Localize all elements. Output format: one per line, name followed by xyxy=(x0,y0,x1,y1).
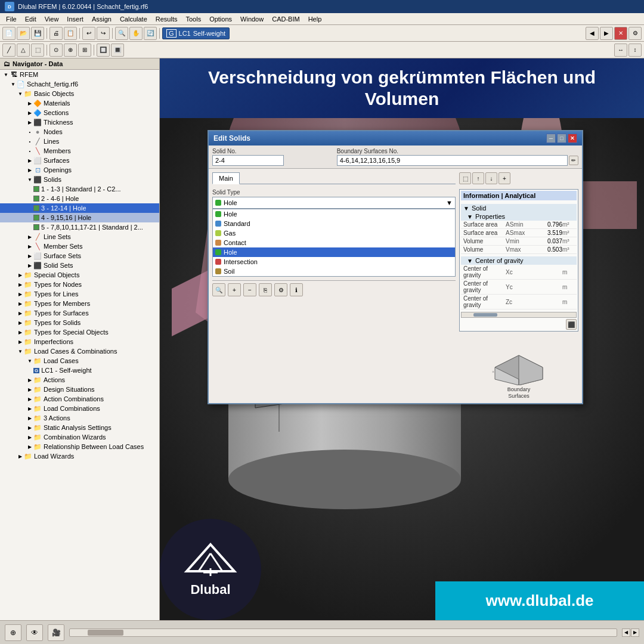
pan-btn[interactable]: ✋ xyxy=(129,27,143,40)
tree-load-cases-folder[interactable]: ▼ 📁 Load Cases & Combinations xyxy=(0,346,159,356)
tree-membersets[interactable]: ▶ ╲ Member Sets xyxy=(0,242,159,251)
r-tab1[interactable]: ⬚ xyxy=(459,172,471,184)
draw2-btn[interactable]: △ xyxy=(17,44,30,57)
tree-members[interactable]: • ╲ Members xyxy=(0,146,159,156)
type-soil[interactable]: Soil xyxy=(213,267,455,276)
view2-btn[interactable]: 🔳 xyxy=(111,44,124,57)
print2-btn[interactable]: 📋 xyxy=(64,27,77,40)
tree-load-combinations[interactable]: ▶ 📁 Load Combinations xyxy=(0,404,159,413)
tree-solid-2[interactable]: 2 - 4-6 | Hole xyxy=(0,194,159,203)
info-scrollbar-h[interactable] xyxy=(461,312,577,318)
info-panel-btn[interactable]: ⬛ xyxy=(566,319,577,330)
dialog-close-btn[interactable]: ✕ xyxy=(568,134,577,143)
tree-relationship[interactable]: ▶ 📁 Relationship Between Load Cases xyxy=(0,442,159,451)
type-gas[interactable]: Gas xyxy=(213,228,455,238)
minus-btn[interactable]: − xyxy=(243,283,256,296)
tree-basic-objects[interactable]: ▼ 📁 Basic Objects xyxy=(0,89,159,98)
horizontal-scrollbar[interactable] xyxy=(69,628,617,637)
tree-static-analysis[interactable]: ▶ 📁 Static Analysis Settings xyxy=(0,423,159,432)
tree-surfaces[interactable]: ▶ ⬜ Surfaces xyxy=(0,156,159,165)
tree-design-situations[interactable]: ▶ 📁 Design Situations xyxy=(0,385,159,394)
settings-btn[interactable]: ⚙ xyxy=(628,27,642,40)
tree-types-special[interactable]: ▶ 📁 Types for Special Objects xyxy=(0,327,159,337)
menu-edit[interactable]: Edit xyxy=(21,14,40,24)
menu-help[interactable]: Help xyxy=(305,14,326,24)
solid-type-selected[interactable]: Hole ▼ xyxy=(212,197,456,209)
menu-window[interactable]: Window xyxy=(237,14,267,24)
rotate-btn[interactable]: 🔄 xyxy=(144,27,157,40)
r-tab3[interactable]: ↓ xyxy=(485,172,497,184)
tree-special-objects[interactable]: ▶ 📁 Special Objects xyxy=(0,270,159,280)
zoom-btn[interactable]: 🔍 xyxy=(115,27,128,40)
draw1-btn[interactable]: ╱ xyxy=(2,44,16,57)
undo-btn[interactable]: ↩ xyxy=(82,27,95,40)
save-btn[interactable]: 💾 xyxy=(31,27,44,40)
tree-sections[interactable]: ▶ 🔷 Sections xyxy=(0,108,159,117)
tree-container[interactable]: ▼ 🏗 RFEM ▼ 📄 Schacht_fertig.rf6 ▼ 📁 Basi… xyxy=(0,70,159,620)
tree-types-nodes[interactable]: ▶ 📁 Types for Nodes xyxy=(0,280,159,289)
tree-solid-3[interactable]: 3 - 12-14 | Hole xyxy=(0,203,159,213)
tree-openings[interactable]: ▶ ⊡ Openings xyxy=(0,165,159,175)
tree-action-combinations[interactable]: ▶ 📁 Action Combinations xyxy=(0,394,159,404)
scroll-right-btn[interactable]: ▶ xyxy=(631,628,639,637)
tree-nodes[interactable]: • ● Nodes xyxy=(0,127,159,137)
tree-solid-5[interactable]: 5 - 7,8,10,11,17-21 | Standard | 2... xyxy=(0,222,159,232)
tree-solids-folder[interactable]: ▼ ⬛ Solids xyxy=(0,175,159,184)
nav-next-btn[interactable]: ▶ xyxy=(600,27,613,40)
view1-btn[interactable]: 🔲 xyxy=(97,44,110,57)
open-btn[interactable]: 📂 xyxy=(17,27,30,40)
solid-no-input[interactable] xyxy=(212,155,284,166)
misc2-btn[interactable]: ↕ xyxy=(628,44,642,57)
snap3-btn[interactable]: ⊞ xyxy=(78,44,91,57)
dialog-minimize-btn[interactable]: ─ xyxy=(546,134,556,143)
type-contact[interactable]: Contact xyxy=(213,238,455,247)
snap1-btn[interactable]: ⊙ xyxy=(49,44,63,57)
tree-materials[interactable]: ▶ 🔶 Materials xyxy=(0,98,159,108)
tree-load-wizards[interactable]: ▶ 📁 Load Wizards xyxy=(0,451,159,461)
menu-assign[interactable]: Assign xyxy=(88,14,115,24)
menu-calculate[interactable]: Calculate xyxy=(116,14,151,24)
tree-solidsets[interactable]: ▶ ⬛ Solid Sets xyxy=(0,261,159,270)
type-standard[interactable]: Standard xyxy=(213,219,455,228)
tree-lc1[interactable]: G LC1 - Self-weight xyxy=(0,366,159,375)
new-btn[interactable]: 📄 xyxy=(2,27,16,40)
scroll-left-btn[interactable]: ◀ xyxy=(622,628,630,637)
type-hole-1[interactable]: Hole xyxy=(213,209,455,219)
tab-main[interactable]: Main xyxy=(212,172,240,184)
misc1-btn[interactable]: ↔ xyxy=(614,44,627,57)
draw3-btn[interactable]: ⬚ xyxy=(31,44,44,57)
menu-cadbim[interactable]: CAD-BIM xyxy=(268,14,303,24)
boundary-edit-btn[interactable]: ✏ xyxy=(569,156,578,165)
tree-actions[interactable]: ▶ 📁 Actions xyxy=(0,375,159,385)
search-btn[interactable]: 🔍 xyxy=(212,283,225,296)
tree-imperfections[interactable]: ▶ 📁 Imperfections xyxy=(0,337,159,346)
menu-tools[interactable]: Tools xyxy=(182,14,205,24)
tree-thickness[interactable]: ▶ ⬛ Thickness xyxy=(0,117,159,127)
tree-types-solids[interactable]: ▶ 📁 Types for Solids xyxy=(0,318,159,327)
tree-3actions[interactable]: ▶ 📁 3 Actions xyxy=(0,413,159,423)
tree-load-cases[interactable]: ▼ 📁 Load Cases xyxy=(0,356,159,366)
close-view-btn[interactable]: ✕ xyxy=(614,27,627,40)
tree-types-lines[interactable]: ▶ 📁 Types for Lines xyxy=(0,289,159,299)
tree-solid-4[interactable]: 4 - 9,15,16 | Hole xyxy=(0,213,159,222)
redo-btn[interactable]: ↪ xyxy=(97,27,110,40)
tree-solid-1[interactable]: 1 - 1-3 | Standard | 2 - C2... xyxy=(0,184,159,194)
snap2-btn[interactable]: ⊕ xyxy=(64,44,77,57)
menu-view[interactable]: View xyxy=(41,14,63,24)
print-btn[interactable]: 🖨 xyxy=(49,27,63,40)
type-intersection[interactable]: Intersection xyxy=(213,257,455,267)
tree-rfem[interactable]: ▼ 🏗 RFEM xyxy=(0,70,159,79)
bottom-btn-1[interactable]: ⊕ xyxy=(5,624,21,641)
tree-linesets[interactable]: ▶ ╱ Line Sets xyxy=(0,232,159,242)
tree-types-surfaces[interactable]: ▶ 📁 Types for Surfaces xyxy=(0,308,159,318)
type-hole-2[interactable]: Hole xyxy=(213,247,455,257)
tree-surfacesets[interactable]: ▶ ⬜ Surface Sets xyxy=(0,251,159,261)
nav-prev-btn[interactable]: ◀ xyxy=(586,27,599,40)
menu-insert[interactable]: Insert xyxy=(63,14,87,24)
settings2-btn[interactable]: ⚙ xyxy=(274,283,287,296)
menu-file[interactable]: File xyxy=(2,14,20,24)
copy-btn[interactable]: ⎘ xyxy=(259,283,272,296)
bottom-btn-3[interactable]: 🎥 xyxy=(48,624,64,641)
menu-options[interactable]: Options xyxy=(206,14,236,24)
tree-types-members[interactable]: ▶ 📁 Types for Members xyxy=(0,299,159,308)
